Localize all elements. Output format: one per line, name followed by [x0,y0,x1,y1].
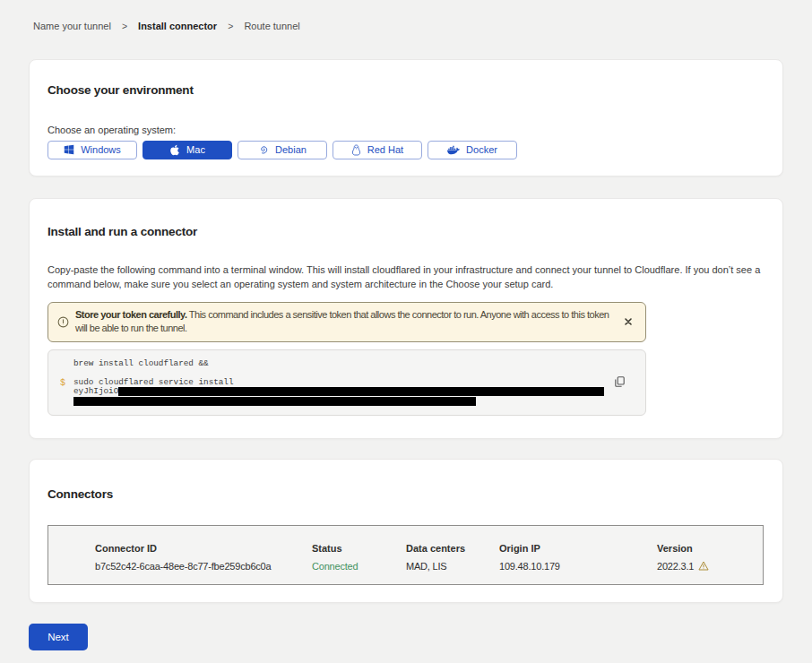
breadcrumb-install-connector[interactable]: Install connector [138,21,217,31]
breadcrumb-separator-icon: > [228,21,233,31]
token-warning-callout: Store your token carefully. This command… [48,302,646,342]
column-header-data-centers: Data centers [406,543,499,554]
connectors-card-title: Connectors [48,486,764,504]
code-line-sudo: sudo cloudflared service install [73,378,604,388]
breadcrumb-separator-icon: > [122,21,127,31]
breadcrumb: Name your tunnel > Install connector > R… [29,21,783,33]
os-button-group: Windows Mac Debian Red Hat [48,141,764,159]
connector-origin-ip-value: 109.48.10.179 [499,561,657,572]
warning-triangle-icon [698,561,709,571]
os-button-mac[interactable]: Mac [143,141,232,159]
column-header-connector-id: Connector ID [95,543,312,554]
connectors-card: Connectors Connector ID Status Data cent… [29,459,783,603]
os-button-label: Windows [81,144,121,155]
redacted-token-bar [73,397,476,406]
install-card-title: Install and run a connector [48,223,764,241]
choose-environment-card: Choose your environment Choose an operat… [29,59,783,177]
redacted-token-bar [118,387,604,396]
os-button-windows[interactable]: Windows [48,141,137,159]
info-circle-icon [57,316,69,328]
connectors-table: Connector ID Status Data centers Origin … [48,525,764,585]
apple-logo-icon [169,144,180,156]
code-line-brew: brew install cloudflared && [73,359,604,369]
copy-icon[interactable] [615,376,625,387]
column-header-origin-ip: Origin IP [499,543,657,554]
terminal-prompt: $ [60,378,65,388]
os-button-redhat[interactable]: Red Hat [333,141,422,159]
environment-card-title: Choose your environment [48,82,764,99]
os-button-label: Debian [275,144,307,155]
next-button[interactable]: Next [29,624,88,650]
os-button-debian[interactable]: Debian [238,141,327,159]
windows-logo-icon [64,144,74,155]
connector-data-centers-value: MAD, LIS [406,561,499,572]
code-line-blank [73,368,604,378]
column-header-status: Status [312,543,406,554]
docker-whale-icon [447,145,460,155]
os-button-label: Mac [186,144,205,155]
tunnel-setup-page: Name your tunnel > Install connector > R… [0,0,812,663]
breadcrumb-route-tunnel[interactable]: Route tunnel [244,21,299,31]
os-button-docker[interactable]: Docker [428,141,517,159]
install-connector-card: Install and run a connector Copy-paste t… [29,198,783,439]
os-button-label: Docker [466,144,497,155]
install-command-codeblock: $ brew install cloudflared && sudo cloud… [48,349,646,416]
column-header-version: Version [657,543,763,554]
linux-tux-icon [351,144,361,156]
code-line-token: eyJhIjoiO [73,387,604,397]
close-icon[interactable] [622,315,635,328]
breadcrumb-name-your-tunnel[interactable]: Name your tunnel [33,21,111,31]
os-button-label: Red Hat [367,144,403,155]
connector-id-value: b7c52c42-6caa-48ee-8c77-fbe259cb6c0a [95,561,312,572]
os-select-label: Choose an operating system: [48,124,764,136]
code-line-token-2 [73,397,604,407]
connector-version-value: 2022.3.1 [657,561,763,572]
install-instructions: Copy-paste the following command into a … [48,263,764,292]
connector-status-value: Connected [312,561,406,572]
debian-logo-icon [258,144,269,155]
token-warning-text: Store your token carefully. This command… [75,308,609,336]
